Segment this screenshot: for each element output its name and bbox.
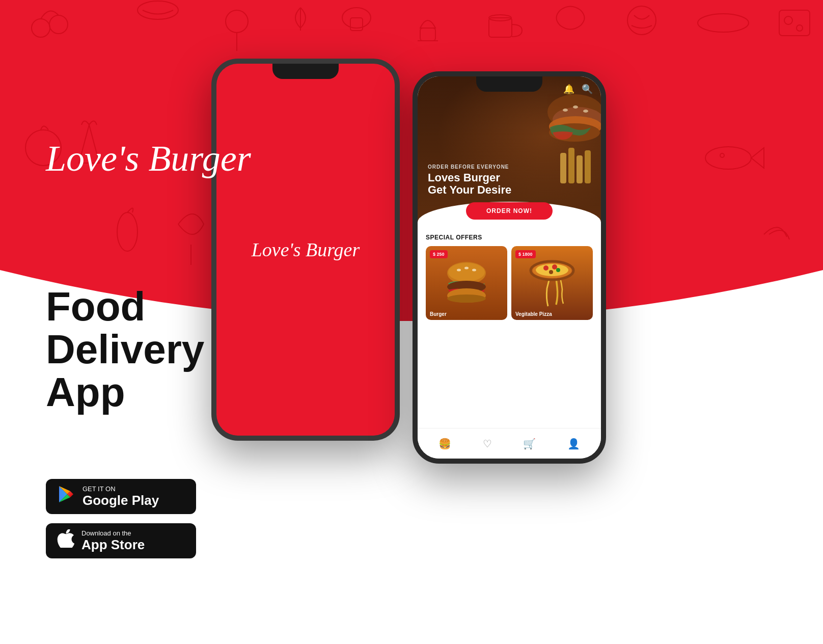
splash-logo: Love's Burger bbox=[252, 238, 360, 261]
notification-icon[interactable]: 🔔 bbox=[563, 84, 574, 95]
google-play-large: Google Play bbox=[83, 493, 159, 508]
home-nav-icon[interactable]: 🍔 bbox=[438, 438, 451, 450]
svg-point-44 bbox=[447, 294, 486, 303]
hero-title-1: Loves Burger bbox=[428, 172, 591, 184]
svg-point-32 bbox=[583, 110, 588, 113]
svg-point-41 bbox=[472, 269, 476, 271]
app-store-badge[interactable]: Download on the App Store bbox=[46, 523, 196, 558]
svg-point-31 bbox=[573, 105, 578, 109]
brand-title-section: Love's Burger bbox=[46, 138, 251, 180]
order-now-button[interactable]: ORDER NOW! bbox=[466, 202, 553, 220]
app-hero: 🔔 🔍 ORDER BEFORE EVERYONE Loves Burger G… bbox=[418, 76, 601, 227]
app-description: FoodDeliveryApp bbox=[46, 285, 204, 414]
offers-grid: $ 250 Burger bbox=[426, 246, 593, 320]
page-content: Love's Burger FoodDeliveryApp bbox=[0, 0, 823, 644]
google-play-icon bbox=[57, 485, 75, 508]
svg-point-30 bbox=[563, 109, 568, 112]
hero-title-2: Get Your Desire bbox=[428, 184, 591, 196]
apple-icon bbox=[57, 529, 74, 552]
offers-title: SPECIAL OFFERS bbox=[426, 234, 593, 241]
cart-nav-icon[interactable]: 🛒 bbox=[523, 438, 536, 450]
favorites-nav-icon[interactable]: ♡ bbox=[483, 438, 492, 450]
app-screen: 🔔 🔍 ORDER BEFORE EVERYONE Loves Burger G… bbox=[418, 76, 601, 459]
store-badges: GET IT ON Google Play Download on the Ap… bbox=[46, 479, 196, 558]
app-hero-icons: 🔔 🔍 bbox=[563, 84, 593, 95]
burger-offer-card[interactable]: $ 250 Burger bbox=[426, 246, 507, 320]
splash-screen: Love's Burger bbox=[216, 64, 395, 436]
svg-point-50 bbox=[549, 270, 553, 274]
phone-frame-2: 🔔 🔍 ORDER BEFORE EVERYONE Loves Burger G… bbox=[413, 71, 606, 464]
hero-content: ORDER BEFORE EVERYONE Loves Burger Get Y… bbox=[428, 164, 591, 196]
phone-frame-1: Love's Burger bbox=[211, 59, 400, 441]
app-tagline: FoodDeliveryApp bbox=[46, 285, 204, 414]
burger-price: $ 250 bbox=[430, 250, 448, 258]
phone-mockup-app: 🔔 🔍 ORDER BEFORE EVERYONE Loves Burger G… bbox=[413, 71, 606, 464]
google-play-badge[interactable]: GET IT ON Google Play bbox=[46, 479, 196, 514]
app-store-text: Download on the App Store bbox=[81, 529, 145, 552]
burger-label: Burger bbox=[430, 311, 447, 317]
svg-point-38 bbox=[448, 263, 485, 281]
svg-point-39 bbox=[457, 269, 461, 271]
app-store-small: Download on the bbox=[81, 529, 145, 538]
svg-point-49 bbox=[552, 264, 557, 270]
phone-mockup-splash: Love's Burger bbox=[211, 59, 400, 441]
pizza-offer-card[interactable]: $ 1800 Vegitable Pizza bbox=[511, 246, 593, 320]
google-play-small: GET IT ON bbox=[83, 485, 159, 493]
svg-point-47 bbox=[536, 264, 568, 276]
pizza-label: Vegitable Pizza bbox=[515, 311, 552, 317]
phone-notch-2 bbox=[476, 76, 542, 92]
hero-subtitle: ORDER BEFORE EVERYONE bbox=[428, 164, 591, 170]
profile-nav-icon[interactable]: 👤 bbox=[567, 438, 580, 450]
app-bottom-nav: 🍔 ♡ 🛒 👤 bbox=[418, 428, 601, 459]
special-offers: SPECIAL OFFERS bbox=[418, 227, 601, 428]
search-icon[interactable]: 🔍 bbox=[582, 84, 593, 95]
pizza-price: $ 1800 bbox=[515, 250, 536, 258]
svg-point-48 bbox=[543, 265, 548, 271]
brand-name-overlay: Love's Burger bbox=[46, 138, 251, 179]
svg-point-40 bbox=[464, 266, 469, 269]
phone-notch-1 bbox=[272, 64, 339, 79]
app-store-large: App Store bbox=[81, 538, 145, 552]
google-play-text: GET IT ON Google Play bbox=[83, 485, 159, 507]
svg-point-51 bbox=[556, 268, 560, 272]
